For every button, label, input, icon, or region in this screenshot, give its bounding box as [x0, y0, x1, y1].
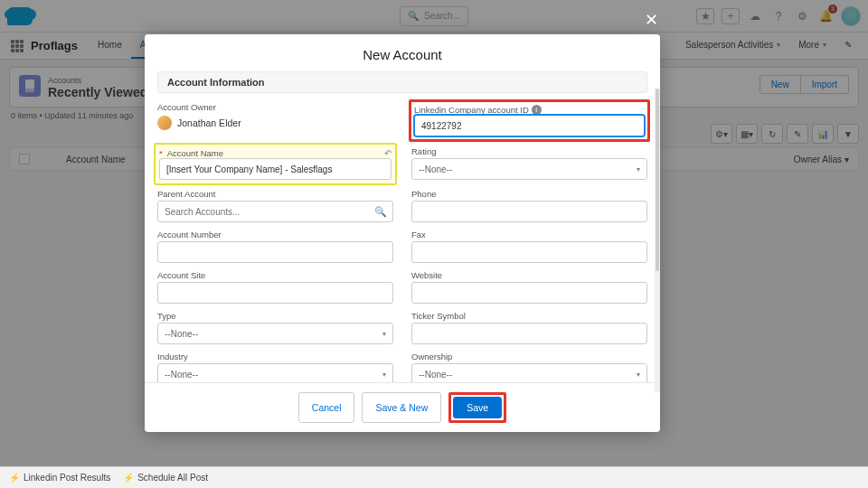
industry-select[interactable]: --None--▾ — [157, 363, 393, 382]
rating-select[interactable]: --None--▾ — [411, 158, 647, 180]
account-site-label: Account Site — [157, 270, 393, 280]
rating-label: Rating — [411, 146, 647, 156]
owner-name: Jonathan Elder — [177, 117, 241, 128]
phone-label: Phone — [411, 189, 647, 199]
undo-icon[interactable]: ↶ — [384, 148, 392, 158]
account-name-label: Account Name — [167, 148, 223, 158]
search-icon: 🔍 — [374, 206, 387, 218]
website-label: Website — [411, 270, 647, 280]
chevron-down-icon: ▾ — [637, 371, 640, 379]
lightning-icon: ⚡ — [9, 473, 20, 483]
account-number-label: Account Number — [157, 230, 393, 239]
modal-title: New Account — [145, 34, 660, 71]
lightning-icon: ⚡ — [123, 473, 134, 483]
website-input[interactable] — [411, 282, 647, 304]
account-number-input[interactable] — [157, 241, 393, 263]
linkedin-id-input[interactable] — [414, 115, 645, 136]
ticker-label: Ticker Symbol — [411, 311, 647, 321]
industry-label: Industry — [157, 352, 393, 361]
utility-linkedin-post-results[interactable]: ⚡Linkedin Post Results — [9, 473, 110, 483]
ownership-label: Ownership — [411, 352, 647, 361]
highlight-linkedin-field: Linkedin Company account ID i — [409, 99, 650, 142]
linkedin-id-label: Linkedin Company account ID — [414, 105, 529, 115]
cancel-button[interactable]: Cancel — [298, 392, 355, 423]
new-account-modal: ✕ New Account Account Information Accoun… — [145, 34, 660, 432]
phone-input[interactable] — [411, 201, 647, 222]
save-button[interactable]: Save — [453, 397, 502, 418]
type-label: Type — [157, 311, 393, 321]
modal-footer: Cancel Save & New Save — [145, 382, 660, 432]
account-site-input[interactable] — [157, 282, 393, 304]
chevron-down-icon: ▾ — [637, 165, 640, 174]
parent-account-input[interactable] — [157, 201, 393, 222]
chevron-down-icon: ▾ — [382, 371, 386, 379]
highlight-save-button: Save — [448, 392, 506, 423]
chevron-down-icon: ▾ — [382, 330, 386, 338]
parent-account-label: Parent Account — [157, 189, 393, 199]
info-icon[interactable]: i — [532, 105, 542, 115]
utility-schedule-all-post[interactable]: ⚡Schedule All Post — [123, 473, 208, 483]
save-and-new-button[interactable]: Save & New — [362, 392, 441, 423]
ticker-input[interactable] — [411, 323, 647, 344]
close-icon[interactable]: ✕ — [640, 9, 662, 31]
utility-bar: ⚡Linkedin Post Results ⚡Schedule All Pos… — [0, 466, 868, 488]
ownership-select[interactable]: --None--▾ — [411, 363, 647, 382]
fax-label: Fax — [411, 230, 647, 239]
fax-input[interactable] — [411, 241, 647, 263]
owner-label: Account Owner — [157, 102, 393, 112]
section-account-information: Account Information — [157, 71, 647, 93]
highlight-account-name: Account Name ↶ — [154, 143, 397, 185]
type-select[interactable]: --None--▾ — [157, 323, 393, 344]
account-name-input[interactable] — [159, 158, 392, 180]
owner-avatar — [157, 116, 172, 130]
